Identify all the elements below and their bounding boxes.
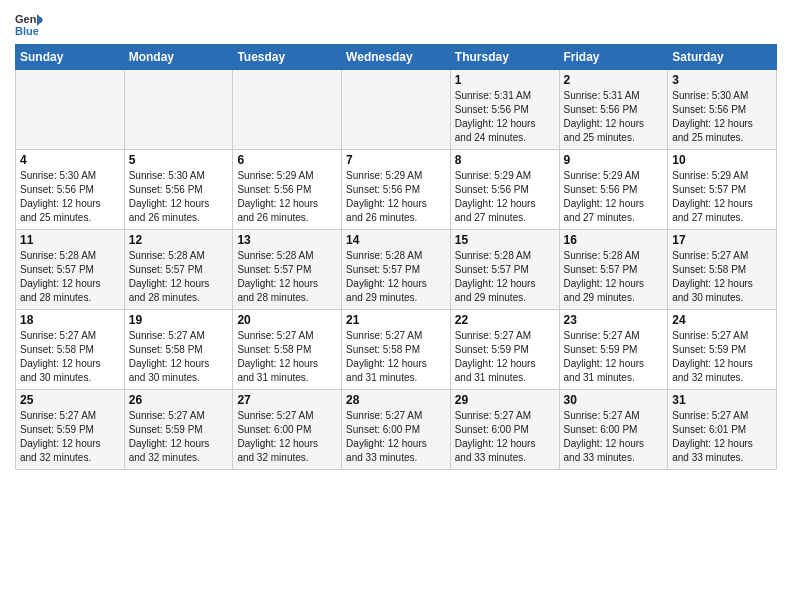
weekday-header-sunday: Sunday bbox=[16, 45, 125, 70]
weekday-header-row: SundayMondayTuesdayWednesdayThursdayFrid… bbox=[16, 45, 777, 70]
logo: General Blue bbox=[15, 10, 43, 38]
day-info: Sunrise: 5:27 AM Sunset: 5:59 PM Dayligh… bbox=[129, 409, 229, 465]
day-info: Sunrise: 5:27 AM Sunset: 5:58 PM Dayligh… bbox=[129, 329, 229, 385]
calendar-week-row: 4Sunrise: 5:30 AM Sunset: 5:56 PM Daylig… bbox=[16, 150, 777, 230]
calendar-cell: 15Sunrise: 5:28 AM Sunset: 5:57 PM Dayli… bbox=[450, 230, 559, 310]
day-number: 26 bbox=[129, 393, 229, 407]
calendar-cell: 30Sunrise: 5:27 AM Sunset: 6:00 PM Dayli… bbox=[559, 390, 668, 470]
day-number: 9 bbox=[564, 153, 664, 167]
day-number: 22 bbox=[455, 313, 555, 327]
day-number: 4 bbox=[20, 153, 120, 167]
day-info: Sunrise: 5:27 AM Sunset: 6:00 PM Dayligh… bbox=[455, 409, 555, 465]
day-info: Sunrise: 5:31 AM Sunset: 5:56 PM Dayligh… bbox=[455, 89, 555, 145]
day-number: 12 bbox=[129, 233, 229, 247]
day-number: 25 bbox=[20, 393, 120, 407]
day-info: Sunrise: 5:28 AM Sunset: 5:57 PM Dayligh… bbox=[455, 249, 555, 305]
calendar-week-row: 25Sunrise: 5:27 AM Sunset: 5:59 PM Dayli… bbox=[16, 390, 777, 470]
day-info: Sunrise: 5:29 AM Sunset: 5:56 PM Dayligh… bbox=[455, 169, 555, 225]
calendar-cell: 1Sunrise: 5:31 AM Sunset: 5:56 PM Daylig… bbox=[450, 70, 559, 150]
day-number: 23 bbox=[564, 313, 664, 327]
day-number: 13 bbox=[237, 233, 337, 247]
calendar-cell: 23Sunrise: 5:27 AM Sunset: 5:59 PM Dayli… bbox=[559, 310, 668, 390]
day-info: Sunrise: 5:28 AM Sunset: 5:57 PM Dayligh… bbox=[346, 249, 446, 305]
day-number: 6 bbox=[237, 153, 337, 167]
weekday-header-wednesday: Wednesday bbox=[342, 45, 451, 70]
day-number: 2 bbox=[564, 73, 664, 87]
calendar-cell: 21Sunrise: 5:27 AM Sunset: 5:58 PM Dayli… bbox=[342, 310, 451, 390]
header: General Blue bbox=[15, 10, 777, 38]
calendar-week-row: 1Sunrise: 5:31 AM Sunset: 5:56 PM Daylig… bbox=[16, 70, 777, 150]
day-info: Sunrise: 5:27 AM Sunset: 6:00 PM Dayligh… bbox=[564, 409, 664, 465]
day-number: 3 bbox=[672, 73, 772, 87]
calendar-cell: 2Sunrise: 5:31 AM Sunset: 5:56 PM Daylig… bbox=[559, 70, 668, 150]
calendar-cell: 16Sunrise: 5:28 AM Sunset: 5:57 PM Dayli… bbox=[559, 230, 668, 310]
day-info: Sunrise: 5:27 AM Sunset: 5:59 PM Dayligh… bbox=[564, 329, 664, 385]
day-number: 16 bbox=[564, 233, 664, 247]
calendar-cell: 26Sunrise: 5:27 AM Sunset: 5:59 PM Dayli… bbox=[124, 390, 233, 470]
calendar-cell: 31Sunrise: 5:27 AM Sunset: 6:01 PM Dayli… bbox=[668, 390, 777, 470]
calendar-cell: 19Sunrise: 5:27 AM Sunset: 5:58 PM Dayli… bbox=[124, 310, 233, 390]
calendar-cell: 8Sunrise: 5:29 AM Sunset: 5:56 PM Daylig… bbox=[450, 150, 559, 230]
day-info: Sunrise: 5:28 AM Sunset: 5:57 PM Dayligh… bbox=[20, 249, 120, 305]
day-info: Sunrise: 5:27 AM Sunset: 6:00 PM Dayligh… bbox=[237, 409, 337, 465]
calendar-cell: 27Sunrise: 5:27 AM Sunset: 6:00 PM Dayli… bbox=[233, 390, 342, 470]
day-number: 18 bbox=[20, 313, 120, 327]
day-number: 31 bbox=[672, 393, 772, 407]
day-number: 21 bbox=[346, 313, 446, 327]
day-number: 19 bbox=[129, 313, 229, 327]
calendar-cell bbox=[342, 70, 451, 150]
calendar-table: SundayMondayTuesdayWednesdayThursdayFrid… bbox=[15, 44, 777, 470]
day-info: Sunrise: 5:27 AM Sunset: 5:59 PM Dayligh… bbox=[672, 329, 772, 385]
calendar-cell: 10Sunrise: 5:29 AM Sunset: 5:57 PM Dayli… bbox=[668, 150, 777, 230]
calendar-body: 1Sunrise: 5:31 AM Sunset: 5:56 PM Daylig… bbox=[16, 70, 777, 470]
day-number: 11 bbox=[20, 233, 120, 247]
calendar-cell: 20Sunrise: 5:27 AM Sunset: 5:58 PM Dayli… bbox=[233, 310, 342, 390]
day-number: 30 bbox=[564, 393, 664, 407]
calendar-cell: 4Sunrise: 5:30 AM Sunset: 5:56 PM Daylig… bbox=[16, 150, 125, 230]
day-number: 24 bbox=[672, 313, 772, 327]
day-number: 8 bbox=[455, 153, 555, 167]
day-info: Sunrise: 5:30 AM Sunset: 5:56 PM Dayligh… bbox=[672, 89, 772, 145]
day-info: Sunrise: 5:27 AM Sunset: 5:58 PM Dayligh… bbox=[20, 329, 120, 385]
calendar-cell: 5Sunrise: 5:30 AM Sunset: 5:56 PM Daylig… bbox=[124, 150, 233, 230]
calendar-cell: 7Sunrise: 5:29 AM Sunset: 5:56 PM Daylig… bbox=[342, 150, 451, 230]
weekday-header-thursday: Thursday bbox=[450, 45, 559, 70]
calendar-cell: 11Sunrise: 5:28 AM Sunset: 5:57 PM Dayli… bbox=[16, 230, 125, 310]
weekday-header-monday: Monday bbox=[124, 45, 233, 70]
weekday-header-friday: Friday bbox=[559, 45, 668, 70]
calendar-cell: 17Sunrise: 5:27 AM Sunset: 5:58 PM Dayli… bbox=[668, 230, 777, 310]
day-number: 17 bbox=[672, 233, 772, 247]
calendar-cell: 22Sunrise: 5:27 AM Sunset: 5:59 PM Dayli… bbox=[450, 310, 559, 390]
day-info: Sunrise: 5:29 AM Sunset: 5:56 PM Dayligh… bbox=[346, 169, 446, 225]
calendar-cell: 12Sunrise: 5:28 AM Sunset: 5:57 PM Dayli… bbox=[124, 230, 233, 310]
calendar-cell: 18Sunrise: 5:27 AM Sunset: 5:58 PM Dayli… bbox=[16, 310, 125, 390]
day-info: Sunrise: 5:27 AM Sunset: 5:59 PM Dayligh… bbox=[455, 329, 555, 385]
day-info: Sunrise: 5:29 AM Sunset: 5:56 PM Dayligh… bbox=[237, 169, 337, 225]
day-number: 14 bbox=[346, 233, 446, 247]
weekday-header-tuesday: Tuesday bbox=[233, 45, 342, 70]
day-number: 10 bbox=[672, 153, 772, 167]
day-info: Sunrise: 5:27 AM Sunset: 6:00 PM Dayligh… bbox=[346, 409, 446, 465]
calendar-cell: 24Sunrise: 5:27 AM Sunset: 5:59 PM Dayli… bbox=[668, 310, 777, 390]
day-number: 27 bbox=[237, 393, 337, 407]
calendar-cell bbox=[16, 70, 125, 150]
calendar-week-row: 11Sunrise: 5:28 AM Sunset: 5:57 PM Dayli… bbox=[16, 230, 777, 310]
calendar-cell: 28Sunrise: 5:27 AM Sunset: 6:00 PM Dayli… bbox=[342, 390, 451, 470]
day-info: Sunrise: 5:28 AM Sunset: 5:57 PM Dayligh… bbox=[129, 249, 229, 305]
day-info: Sunrise: 5:27 AM Sunset: 5:59 PM Dayligh… bbox=[20, 409, 120, 465]
day-info: Sunrise: 5:28 AM Sunset: 5:57 PM Dayligh… bbox=[564, 249, 664, 305]
day-number: 20 bbox=[237, 313, 337, 327]
day-info: Sunrise: 5:30 AM Sunset: 5:56 PM Dayligh… bbox=[129, 169, 229, 225]
day-info: Sunrise: 5:30 AM Sunset: 5:56 PM Dayligh… bbox=[20, 169, 120, 225]
day-info: Sunrise: 5:31 AM Sunset: 5:56 PM Dayligh… bbox=[564, 89, 664, 145]
day-info: Sunrise: 5:29 AM Sunset: 5:57 PM Dayligh… bbox=[672, 169, 772, 225]
calendar-week-row: 18Sunrise: 5:27 AM Sunset: 5:58 PM Dayli… bbox=[16, 310, 777, 390]
day-info: Sunrise: 5:28 AM Sunset: 5:57 PM Dayligh… bbox=[237, 249, 337, 305]
day-info: Sunrise: 5:27 AM Sunset: 5:58 PM Dayligh… bbox=[346, 329, 446, 385]
day-number: 15 bbox=[455, 233, 555, 247]
calendar-cell bbox=[233, 70, 342, 150]
day-number: 5 bbox=[129, 153, 229, 167]
day-info: Sunrise: 5:27 AM Sunset: 5:58 PM Dayligh… bbox=[672, 249, 772, 305]
calendar-cell: 25Sunrise: 5:27 AM Sunset: 5:59 PM Dayli… bbox=[16, 390, 125, 470]
calendar-cell: 3Sunrise: 5:30 AM Sunset: 5:56 PM Daylig… bbox=[668, 70, 777, 150]
